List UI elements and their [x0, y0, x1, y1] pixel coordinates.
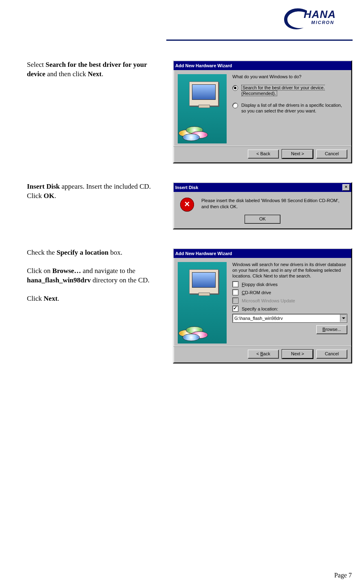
- checkbox-msupdate-label: Microsoft Windows Update: [242, 298, 295, 303]
- radio-search-best[interactable]: [232, 85, 238, 91]
- chevron-down-icon[interactable]: [340, 315, 347, 322]
- instruction-item: Check the Specify a location box.: [15, 248, 166, 258]
- checkbox-msupdate: [232, 297, 238, 304]
- page-header: HANA MICRON: [15, 7, 353, 41]
- browse-button[interactable]: Browse...: [316, 325, 347, 334]
- wizard2-desc: Windows will search for new drivers in i…: [232, 262, 347, 279]
- step-row-3: Check the Specify a location box. Click …: [15, 248, 353, 363]
- brand-logo: HANA MICRON: [283, 7, 353, 30]
- wizard-dialog-1: Add New Hardware Wizard What do you want…: [173, 60, 352, 163]
- ok-button[interactable]: OK: [245, 215, 280, 224]
- instruction-item: Click on Browse… and navigate to the han…: [15, 266, 166, 285]
- bullet-icon: [15, 248, 27, 249]
- back-button[interactable]: < Back: [248, 150, 279, 159]
- bullet-icon: [15, 294, 27, 295]
- header-divider: [166, 40, 353, 41]
- wizard-graphic-icon: [178, 262, 227, 344]
- logo-text-hana: HANA: [304, 9, 336, 20]
- wizard1-title: Add New Hardware Wizard: [175, 63, 232, 68]
- step-row-1: Select Search for the best driver for yo…: [15, 60, 353, 163]
- instruction-item: Click Next.: [15, 294, 166, 304]
- location-path: G:\hana_flash_win98drv: [233, 316, 340, 321]
- checkbox-floppy-label: Floppy disk drives: [242, 282, 278, 287]
- wizard1-prompt: What do you want Windows to do?: [232, 74, 347, 79]
- bullet-icon: [15, 60, 27, 62]
- checkbox-cdrom-label: CD-ROM drive: [242, 290, 271, 295]
- location-combobox[interactable]: G:\hana_flash_win98drv: [232, 314, 347, 323]
- error-icon: ×: [180, 198, 194, 211]
- radio-display-list-label: Display a list of all the drivers in a s…: [241, 102, 347, 114]
- insert-disk-dialog: Insert Disk × × Please insert the disk l…: [173, 182, 352, 229]
- wizard-graphic-icon: [178, 74, 227, 143]
- checkbox-specify-location[interactable]: [232, 306, 238, 312]
- radio-search-best-label: Search for the best driver for your devi…: [241, 85, 325, 96]
- radio-display-list[interactable]: [232, 103, 238, 108]
- instruction-item: Insert Disk appears. Insert the included…: [15, 182, 166, 201]
- insert-disk-message: Please insert the disk labeled 'Windows …: [201, 198, 345, 210]
- wizard2-title: Add New Hardware Wizard: [175, 251, 232, 256]
- next-button[interactable]: Next >: [282, 150, 313, 159]
- insert-disk-title: Insert Disk: [175, 185, 198, 190]
- instruction-item: Select Search for the best driver for yo…: [15, 60, 166, 79]
- cancel-button[interactable]: Cancel: [316, 350, 347, 359]
- page-number: Page 7: [334, 572, 352, 579]
- back-button[interactable]: < Back: [248, 350, 279, 359]
- bullet-icon: [15, 266, 27, 268]
- cancel-button[interactable]: Cancel: [316, 150, 347, 159]
- logo-text-micron: MICRON: [304, 20, 336, 25]
- step-row-2: Insert Disk appears. Insert the included…: [15, 182, 353, 229]
- checkbox-cdrom[interactable]: [232, 289, 238, 295]
- next-button[interactable]: Next >: [282, 350, 313, 359]
- wizard-dialog-2: Add New Hardware Wizard Windows will sea…: [173, 248, 352, 363]
- close-icon[interactable]: ×: [342, 184, 350, 191]
- bullet-icon: [15, 182, 27, 183]
- checkbox-floppy[interactable]: [232, 281, 238, 287]
- checkbox-specify-location-label: Specify a location:: [242, 306, 278, 311]
